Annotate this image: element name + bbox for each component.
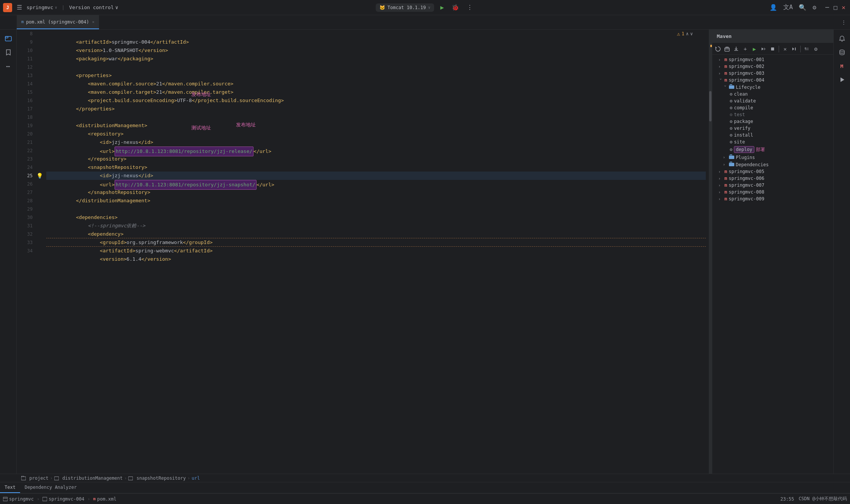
- expand-arrow-003: ›: [718, 71, 723, 76]
- maven-item-verify[interactable]: ⚙ verify: [712, 125, 833, 132]
- more-actions-button[interactable]: ⋮: [465, 2, 474, 13]
- editor-tab-pom[interactable]: m pom.xml (springmvc-004) ✕: [17, 15, 99, 29]
- maven-item-test[interactable]: ⚙ test: [712, 111, 833, 118]
- status-bar: springmvc › springmvc-004 › m pom.xml 23…: [0, 493, 850, 504]
- status-file-label: pom.xml: [97, 496, 116, 502]
- tab-more-button[interactable]: ⋮: [837, 15, 850, 29]
- sidebar-project-icon[interactable]: [2, 33, 14, 45]
- maven-item-springmvc-008[interactable]: › m springmvc-008: [712, 189, 833, 195]
- bottom-tab-dependency-analyzer[interactable]: Dependency Analyzer: [20, 482, 81, 493]
- maven-collapse-btn[interactable]: [803, 45, 811, 53]
- goal-icon-install: ⚙: [730, 132, 732, 138]
- project-selector[interactable]: springmvc ∨: [27, 5, 57, 10]
- search-button[interactable]: 🔍: [797, 2, 808, 13]
- maven-close-btn[interactable]: ✕: [781, 45, 789, 53]
- maven-stop-btn[interactable]: [768, 45, 777, 53]
- maven-item-deploy[interactable]: ⚙ deploy 部署: [712, 145, 833, 154]
- maven-item-springmvc-009[interactable]: › m springmvc-009: [712, 195, 833, 202]
- goal-icon-package: ⚙: [730, 119, 732, 124]
- svg-rect-0: [5, 36, 11, 41]
- nav-up-icon[interactable]: ∧: [686, 31, 689, 36]
- breadcrumb-project[interactable]: project: [21, 476, 49, 481]
- maven-download-btn[interactable]: [732, 45, 740, 53]
- maven-refresh-btn[interactable]: [714, 45, 722, 53]
- maven-skip-btn[interactable]: [790, 45, 798, 53]
- sidebar-bookmarks-icon[interactable]: [2, 46, 14, 58]
- lightbulb-icon[interactable]: 💡: [36, 173, 43, 179]
- run-button[interactable]: ▶: [439, 2, 445, 13]
- breadcrumb-distribution[interactable]: distributionManagement: [54, 476, 123, 481]
- run-config-arrow-icon: ∨: [428, 5, 430, 9]
- maven-item-springmvc-002[interactable]: › m springmvc-002: [712, 63, 833, 70]
- maven-settings-btn[interactable]: ⚙: [812, 45, 820, 53]
- maven-item-clean[interactable]: ⚙ clean: [712, 91, 833, 98]
- translate-button[interactable]: 文A: [782, 2, 795, 13]
- maven-item-springmvc-001[interactable]: › m springmvc-001: [712, 56, 833, 63]
- editor-scrollbar[interactable]: [709, 30, 712, 474]
- right-database-icon[interactable]: [836, 46, 848, 58]
- code-line-26: </snapshotRepository>: [46, 180, 706, 188]
- scrollbar-thumb[interactable]: [709, 91, 711, 121]
- breadcrumb-url[interactable]: url: [192, 476, 200, 481]
- code-editor[interactable]: 8 9 10 11 12 13 14 15 16 17 18 19 20 21 …: [17, 30, 712, 474]
- code-line-21: <url>http://10.8.1.123:8081/repository/j…: [46, 138, 706, 146]
- maven-item-dependencies[interactable]: › Dependencies: [712, 161, 833, 168]
- settings-button[interactable]: ⚙: [811, 2, 818, 13]
- bottom-tab-text[interactable]: Text: [0, 482, 20, 493]
- nav-down-icon[interactable]: ∨: [690, 31, 693, 36]
- status-springmvc[interactable]: springmvc: [3, 496, 34, 502]
- maven-item-springmvc-005[interactable]: › m springmvc-005: [712, 168, 833, 175]
- goal-label-install: install: [734, 132, 753, 138]
- maven-run-btn[interactable]: ▶: [750, 45, 759, 53]
- expand-arrow-009: ›: [718, 197, 723, 201]
- run-config-selector[interactable]: 🐱 Tomcat 10.1.19 ∨: [376, 3, 434, 12]
- right-run-icon[interactable]: [836, 74, 848, 86]
- maven-item-install[interactable]: ⚙ install: [712, 132, 833, 139]
- deps-label: Dependencies: [736, 162, 769, 167]
- maven-run2-btn[interactable]: [759, 45, 768, 53]
- deploy-annotation: 部署: [756, 146, 765, 153]
- hamburger-icon[interactable]: ☰: [15, 2, 24, 13]
- lifecycle-label: Lifecycle: [736, 85, 760, 90]
- maven-item-springmvc-003[interactable]: › m springmvc-003: [712, 70, 833, 77]
- right-notifications-icon[interactable]: [836, 33, 848, 45]
- maven-panel-header: Maven: [712, 30, 833, 43]
- status-springmvc-004[interactable]: springmvc-004: [42, 496, 84, 502]
- code-line-34: <version>6.1.4</version>: [46, 247, 706, 255]
- minimize-button[interactable]: ─: [824, 2, 831, 13]
- warning-badge[interactable]: ⚠ 1 ∧ ∨: [677, 30, 693, 38]
- maven-open-btn[interactable]: [723, 45, 731, 53]
- svg-rect-3: [771, 47, 774, 50]
- goal-icon-clean: ⚙: [730, 91, 732, 97]
- profile-button[interactable]: 👤: [768, 2, 779, 13]
- code-content[interactable]: <artifactId>springmvc-004</artifactId> <…: [43, 30, 709, 474]
- expand-arrow-004: ›: [719, 78, 723, 82]
- maven-item-validate[interactable]: ⚙ validate: [712, 98, 833, 104]
- expand-arrow-001: ›: [718, 58, 723, 62]
- right-maven-icon[interactable]: M: [836, 60, 848, 72]
- maven-add-btn[interactable]: +: [741, 45, 749, 53]
- sidebar-more-icon[interactable]: ⋯: [2, 60, 14, 72]
- maven-item-site[interactable]: ⚙ site: [712, 139, 833, 145]
- goal-label-test: test: [734, 112, 745, 117]
- warning-count: 1: [682, 31, 684, 36]
- maximize-button[interactable]: □: [832, 2, 839, 13]
- tab-close-button[interactable]: ✕: [92, 20, 94, 24]
- maven-item-springmvc-004[interactable]: › m springmvc-004: [712, 77, 833, 83]
- maven-item-springmvc-007[interactable]: › m springmvc-007: [712, 182, 833, 189]
- maven-label-009: springmvc-009: [729, 196, 764, 202]
- code-line-19: <repository> 发布地址: [46, 121, 706, 130]
- svg-point-8: [840, 50, 844, 52]
- debug-button[interactable]: 🐞: [450, 2, 461, 13]
- maven-item-plugins[interactable]: › Plugins: [712, 154, 833, 161]
- version-control-nav[interactable]: Version control ∨: [69, 5, 118, 10]
- breadcrumb-snapshot[interactable]: snapshotRepository: [128, 476, 186, 481]
- maven-item-package[interactable]: ⚙ package: [712, 118, 833, 125]
- close-button[interactable]: ✕: [840, 2, 847, 13]
- maven-item-lifecycle[interactable]: › Lifecycle: [712, 83, 833, 91]
- status-pom-xml[interactable]: m pom.xml: [93, 496, 116, 502]
- goal-label-deploy: deploy: [734, 146, 754, 153]
- expand-arrow-005: ›: [718, 170, 723, 174]
- maven-item-compile[interactable]: ⚙ compile: [712, 104, 833, 111]
- maven-item-springmvc-006[interactable]: › m springmvc-006: [712, 175, 833, 182]
